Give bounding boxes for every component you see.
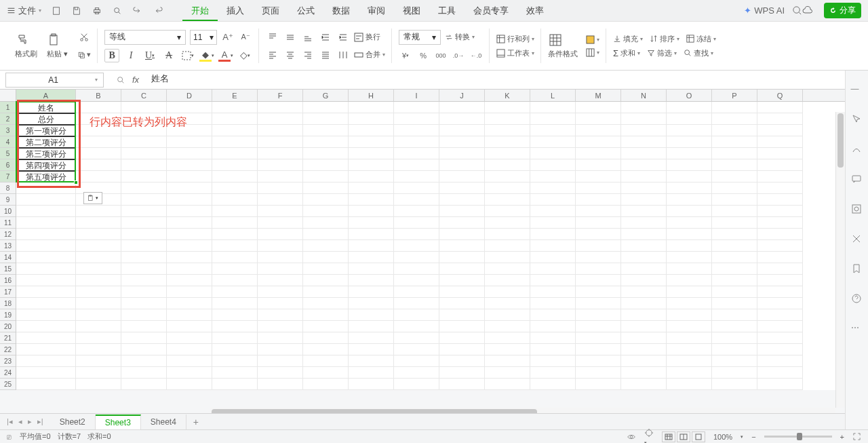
sort-button[interactable]: 排序▾ bbox=[650, 34, 679, 44]
row-header-12[interactable]: 12 bbox=[0, 229, 16, 240]
cond-format-icon[interactable] bbox=[548, 33, 563, 47]
font-shrink-icon[interactable]: A⁻ bbox=[239, 31, 252, 44]
row-header-4[interactable]: 4 bbox=[0, 136, 16, 148]
row-header-16[interactable]: 16 bbox=[0, 275, 16, 286]
col-header-H[interactable]: H bbox=[349, 90, 394, 101]
justify-icon[interactable] bbox=[319, 48, 332, 62]
save-icon[interactable] bbox=[71, 5, 82, 16]
sheet-next-icon[interactable]: ▸ bbox=[28, 417, 32, 426]
name-box[interactable]: A1 ▾ bbox=[5, 73, 104, 88]
row-header-2[interactable]: 2 bbox=[0, 113, 16, 125]
cell-A2[interactable]: 总分 bbox=[16, 113, 76, 125]
merge-button[interactable]: 合并▾ bbox=[354, 50, 385, 60]
cell-A3[interactable]: 第一项评分 bbox=[16, 125, 76, 136]
col-header-F[interactable]: F bbox=[258, 90, 303, 101]
zoom-in-icon[interactable]: + bbox=[840, 433, 844, 441]
vertical-scrollbar[interactable] bbox=[835, 112, 845, 408]
zoom-out-icon[interactable]: − bbox=[751, 433, 755, 441]
freeze-button[interactable]: 冻结▾ bbox=[686, 34, 716, 44]
decimal-dec-icon[interactable]: ←.0 bbox=[469, 49, 483, 62]
col-header-P[interactable]: P bbox=[712, 90, 757, 101]
sum-button[interactable]: Σ求和▾ bbox=[613, 48, 640, 58]
tab-formula[interactable]: 公式 bbox=[288, 0, 323, 22]
view-page-icon[interactable] bbox=[677, 431, 690, 442]
cut-icon[interactable] bbox=[77, 31, 91, 44]
cell-A4[interactable]: 第二项评分 bbox=[16, 136, 76, 148]
view-normal-icon[interactable] bbox=[662, 431, 675, 442]
row-header-15[interactable]: 15 bbox=[0, 263, 16, 275]
find-button[interactable]: 查找▾ bbox=[684, 48, 713, 58]
row-header-25[interactable]: 25 bbox=[0, 379, 16, 390]
paste-icon[interactable] bbox=[47, 33, 62, 47]
search-fx-icon[interactable] bbox=[116, 75, 125, 85]
row-header-8[interactable]: 8 bbox=[0, 182, 16, 194]
cells-area[interactable]: 姓名总分第一项评分第二项评分第三项评分第四项评分第五项评分 bbox=[16, 102, 845, 390]
preview-icon[interactable] bbox=[112, 5, 123, 16]
sheet-tab-sheet3[interactable]: Sheet3 bbox=[96, 415, 141, 429]
view-break-icon[interactable] bbox=[692, 431, 705, 442]
sheet-tab-sheet2[interactable]: Sheet2 bbox=[50, 415, 96, 429]
sheet-last-icon[interactable]: ▸| bbox=[37, 417, 43, 426]
border-button[interactable]: ▾ bbox=[180, 49, 195, 62]
undo-icon[interactable] bbox=[132, 5, 143, 16]
tab-page[interactable]: 页面 bbox=[253, 0, 288, 22]
col-header-M[interactable]: M bbox=[576, 90, 621, 101]
row-header-7[interactable]: 7 bbox=[0, 171, 16, 182]
col-header-O[interactable]: O bbox=[667, 90, 712, 101]
col-header-D[interactable]: D bbox=[167, 90, 212, 101]
italic-button[interactable]: I bbox=[123, 49, 138, 62]
print-icon[interactable] bbox=[92, 5, 102, 16]
col-header-Q[interactable]: Q bbox=[757, 90, 803, 101]
filter-button[interactable]: 筛选▾ bbox=[647, 48, 677, 58]
row-header-3[interactable]: 3 bbox=[0, 125, 16, 136]
indent-decrease-icon[interactable] bbox=[319, 31, 332, 44]
currency-icon[interactable]: ¥▾ bbox=[399, 49, 412, 62]
row-header-9[interactable]: 9 bbox=[0, 194, 16, 206]
sheet-tab-sheet4[interactable]: Sheet4 bbox=[141, 415, 186, 429]
fx-label[interactable]: fx bbox=[132, 75, 139, 85]
col-header-L[interactable]: L bbox=[530, 90, 576, 101]
chat-icon[interactable] bbox=[851, 174, 863, 186]
redo-icon[interactable] bbox=[153, 5, 163, 16]
distribute-icon[interactable] bbox=[336, 48, 350, 62]
underline-button[interactable]: U▾ bbox=[142, 49, 157, 62]
sheet-first-icon[interactable]: |◂ bbox=[7, 417, 13, 426]
new-icon[interactable] bbox=[51, 5, 62, 16]
rowcol-button[interactable]: 行和列▾ bbox=[496, 34, 534, 44]
row-header-20[interactable]: 20 bbox=[0, 321, 16, 332]
cell-A5[interactable]: 第三项评分 bbox=[16, 148, 76, 159]
bookmark-icon[interactable] bbox=[851, 263, 863, 275]
row-header-10[interactable]: 10 bbox=[0, 206, 16, 217]
zoom-value[interactable]: 100% bbox=[713, 433, 732, 441]
align-left-icon[interactable] bbox=[266, 48, 279, 62]
row-header-11[interactable]: 11 bbox=[0, 217, 16, 229]
font-color-button[interactable]: A▾ bbox=[218, 49, 233, 62]
align-right-icon[interactable] bbox=[301, 48, 315, 62]
percent-icon[interactable]: % bbox=[416, 49, 430, 62]
tab-review[interactable]: 审阅 bbox=[359, 0, 394, 22]
cursor-icon[interactable] bbox=[851, 114, 863, 126]
more-icon[interactable]: ⋯ bbox=[851, 323, 863, 335]
format-painter-icon[interactable] bbox=[15, 33, 30, 47]
col-header-E[interactable]: E bbox=[212, 90, 258, 101]
indent-increase-icon[interactable] bbox=[336, 31, 350, 44]
col-header-I[interactable]: I bbox=[394, 90, 439, 101]
fill-color-button[interactable]: ◆▾ bbox=[199, 49, 214, 62]
font-grow-icon[interactable]: A⁺ bbox=[221, 31, 235, 44]
minus-icon[interactable]: — bbox=[851, 84, 863, 96]
fill-handle[interactable] bbox=[74, 180, 78, 185]
col-header-G[interactable]: G bbox=[303, 90, 349, 101]
decimal-inc-icon[interactable]: .0→ bbox=[452, 49, 465, 62]
col-header-C[interactable]: C bbox=[121, 90, 167, 101]
gallery-icon[interactable] bbox=[851, 204, 863, 216]
select-all-corner[interactable] bbox=[0, 90, 16, 102]
eye-icon[interactable] bbox=[627, 432, 636, 442]
comma-icon[interactable]: 000 bbox=[434, 49, 448, 62]
align-center-icon[interactable] bbox=[283, 48, 297, 62]
font-size-select[interactable]: 11▾ bbox=[190, 30, 217, 45]
sheet-prev-icon[interactable]: ◂ bbox=[18, 417, 22, 426]
col-header-N[interactable]: N bbox=[621, 90, 667, 101]
tab-data[interactable]: 数据 bbox=[323, 0, 359, 22]
row-header-19[interactable]: 19 bbox=[0, 309, 16, 321]
wrap-text-button[interactable]: 换行 bbox=[354, 32, 380, 42]
